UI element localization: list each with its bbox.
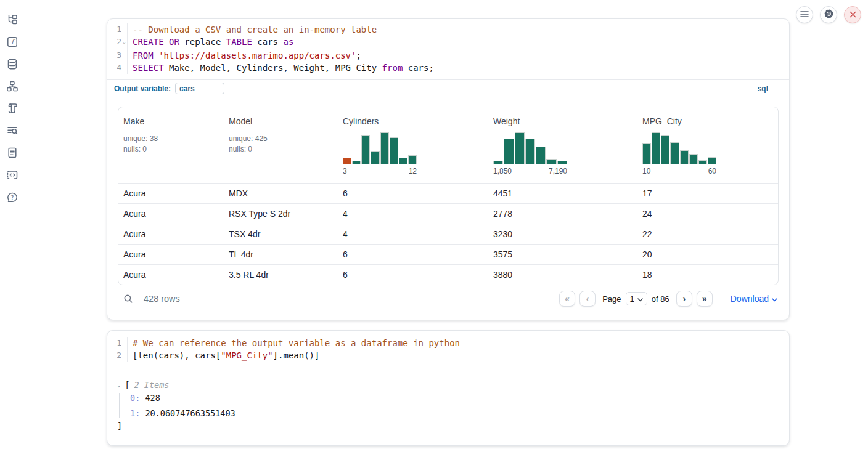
table-cell: Acura: [118, 229, 224, 239]
table-cell: 4451: [488, 188, 637, 198]
histogram-bar: [352, 161, 361, 164]
tree-item-key: 1:: [130, 408, 145, 418]
histogram-bar: [408, 155, 417, 164]
code-line[interactable]: 2⌄CREATE OR replace TABLE cars as: [107, 36, 789, 49]
fold-chevron-icon[interactable]: ⌄: [121, 36, 127, 49]
table-cell: MDX: [224, 188, 338, 198]
table-row: Acura3.5 RL 4dr6388018: [118, 264, 778, 285]
next-page-button[interactable]: ›: [676, 291, 692, 307]
notebook-controls: [796, 6, 861, 23]
search-icon[interactable]: [123, 293, 134, 304]
close-bracket: ]: [117, 421, 779, 431]
tree-items: 0: 4281: 20.060747663551403: [119, 393, 779, 418]
shutdown-button[interactable]: [844, 6, 861, 23]
line-number-gutter: 1: [107, 337, 128, 349]
line-number-gutter: 2: [107, 349, 128, 362]
python-cell: 1# We can reference the output variable …: [107, 330, 790, 446]
histogram-bar: [399, 158, 407, 164]
settings-button[interactable]: [820, 6, 837, 23]
histogram-bar: [536, 147, 546, 164]
histogram-bar: [689, 154, 698, 164]
column-name: Make: [123, 116, 224, 126]
table-cell: 2778: [488, 209, 637, 219]
tree-item: 0: 428: [130, 393, 779, 403]
column-header-mpg_city[interactable]: MPG_City1060: [637, 116, 778, 183]
axis-min-label: 10: [642, 167, 650, 176]
page-select[interactable]: 1: [626, 292, 647, 305]
table-row: AcuraRSX Type S 2dr4277824: [118, 203, 778, 224]
prev-page-button[interactable]: ‹: [579, 291, 596, 307]
histogram-bar: [371, 151, 379, 164]
line-number-gutter: 4: [107, 62, 128, 74]
table-cell: Acura: [118, 249, 224, 259]
code-line[interactable]: 1-- Download a CSV and create an in-memo…: [107, 23, 789, 36]
results-table: Makeunique: 38nulls: 0Modelunique: 425nu…: [118, 107, 779, 285]
sql-code-editor[interactable]: 1-- Download a CSV and create an in-memo…: [107, 19, 789, 79]
help-bubble-icon[interactable]: ?: [6, 191, 18, 203]
table-cell: 22: [637, 229, 778, 239]
table-cell: 17: [637, 188, 778, 198]
document-icon[interactable]: [6, 147, 18, 159]
column-header-cylinders[interactable]: Cylinders312: [338, 116, 488, 183]
table-cell: 6: [338, 270, 488, 280]
code-line[interactable]: 1# We can reference the output variable …: [107, 337, 789, 349]
column-header-model[interactable]: Modelunique: 425nulls: 0: [224, 116, 338, 183]
column-stats: unique: 38nulls: 0: [123, 134, 224, 155]
table-cell: RSX Type S 2dr: [224, 209, 338, 219]
database-icon[interactable]: [6, 58, 18, 70]
axis-max-label: 60: [708, 167, 716, 176]
file-tree-icon[interactable]: [6, 14, 18, 26]
histogram-axis: 1,8507,190: [493, 167, 567, 176]
table-header-row: Makeunique: 38nulls: 0Modelunique: 425nu…: [118, 107, 778, 183]
tree-item-key: 0:: [130, 393, 145, 403]
function-icon[interactable]: f: [6, 36, 18, 48]
column-name: Model: [229, 116, 338, 126]
python-code-editor[interactable]: 1# We can reference the output variable …: [107, 331, 789, 368]
code-text: [len(cars), cars["MPG_City"].mean()]: [128, 349, 319, 362]
first-page-button[interactable]: «: [559, 291, 575, 307]
histogram-axis: 312: [343, 167, 417, 176]
python-cell-output: ⌄ [ 2 Items 0: 4281: 20.060747663551403 …: [107, 368, 789, 445]
table-cell: 3575: [488, 249, 637, 259]
menu-button[interactable]: [796, 6, 813, 23]
output-variable-input[interactable]: [175, 83, 224, 94]
code-text: -- Download a CSV and create an in-memor…: [128, 23, 377, 36]
code-line[interactable]: 4SELECT Make, Model, Cylinders, Weight, …: [107, 62, 789, 74]
histogram-bar: [525, 139, 535, 164]
histogram-bar: [661, 135, 669, 164]
tree-item: 1: 20.060747663551403: [130, 408, 779, 418]
sidebar-panel: f ?: [0, 14, 25, 203]
column-header-make[interactable]: Makeunique: 38nulls: 0: [118, 116, 224, 183]
axis-max-label: 7,190: [549, 167, 567, 176]
sql-cell: 1-- Download a CSV and create an in-memo…: [107, 18, 790, 320]
column-header-weight[interactable]: Weight1,8507,190: [488, 116, 637, 183]
table-cell: 24: [637, 209, 778, 219]
table-cell: 18: [637, 270, 778, 280]
hamburger-icon: [800, 10, 809, 20]
histogram-bar: [515, 132, 525, 164]
line-number-gutter: 3: [107, 49, 128, 62]
dependency-graph-icon[interactable]: [6, 80, 18, 92]
code-line[interactable]: 2[len(cars), cars["MPG_City"].mean()]: [107, 349, 789, 362]
page-total-label: of 86: [652, 294, 669, 304]
column-name: MPG_City: [642, 116, 778, 126]
table-cell: 3880: [488, 270, 637, 280]
table-cell: TSX 4dr: [224, 229, 338, 239]
column-histogram: 1,8507,190: [493, 131, 567, 176]
fold-spacer: [121, 62, 127, 74]
scroll-icon[interactable]: [6, 102, 18, 115]
language-badge: sql: [758, 84, 768, 93]
code-text: FROM 'https://datasets.marimo.app/cars.c…: [128, 49, 361, 62]
histogram-axis: 1060: [642, 167, 716, 176]
download-button[interactable]: Download: [731, 294, 777, 304]
last-page-button[interactable]: »: [697, 291, 713, 307]
code-line[interactable]: 3FROM 'https://datasets.marimo.app/cars.…: [107, 49, 789, 62]
tree-root-row: ⌄ [ 2 Items: [117, 380, 779, 390]
line-number-gutter: 2⌄: [107, 36, 128, 49]
histogram-bar: [557, 161, 567, 164]
histogram-bars: [493, 131, 567, 164]
list-search-icon[interactable]: [6, 124, 18, 137]
code-embed-icon[interactable]: [6, 169, 18, 181]
open-bracket: [: [125, 380, 129, 390]
collapse-chevron-icon[interactable]: ⌄: [117, 382, 120, 388]
